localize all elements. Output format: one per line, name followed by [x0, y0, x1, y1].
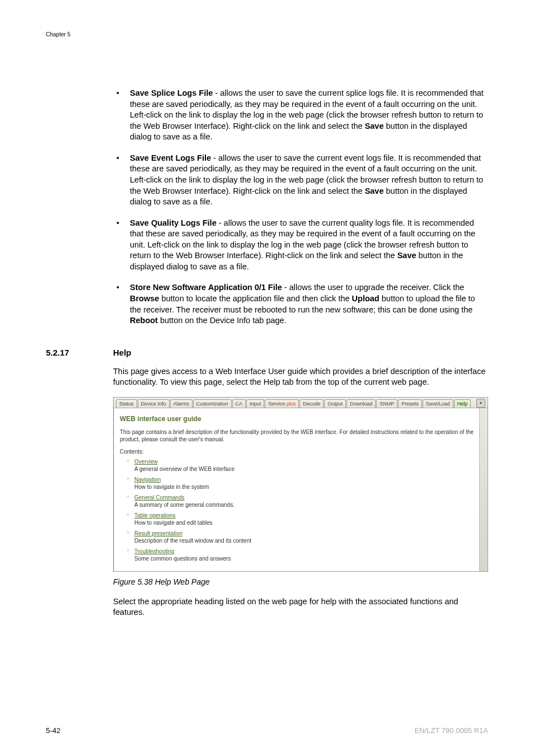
- list-item: Table operations How to navigate and edi…: [127, 512, 482, 526]
- tab-decode[interactable]: Decode: [299, 399, 324, 408]
- bullet-list: Save Splice Logs File - allows the user …: [113, 88, 488, 326]
- tab-snmp[interactable]: SNMP: [376, 399, 397, 408]
- page-footer: 5-42 EN/LZT 790 0005 R1A: [46, 726, 488, 735]
- inline-bold: Save: [397, 251, 416, 260]
- chapter-label: Chapter 5: [46, 31, 488, 38]
- tab-alarms[interactable]: Alarms: [170, 399, 193, 408]
- doc-ref: EN/LZT 790 0005 R1A: [415, 726, 488, 735]
- item-desc: A summary of some general commands.: [134, 501, 482, 508]
- main-content: Save Splice Logs File - allows the user …: [113, 88, 488, 326]
- list-item: Save Event Logs File - allows the user t…: [113, 153, 488, 208]
- list-item: Troubleshooting Some common questions an…: [127, 548, 482, 562]
- bullet-text: button on the Device Info tab page.: [158, 316, 287, 325]
- tab-presets[interactable]: Presets: [398, 399, 422, 408]
- scroll-up-icon[interactable]: ▴: [476, 399, 485, 408]
- intro-paragraph: This page gives access to a Web Interfac…: [113, 366, 488, 388]
- closing-paragraph: Select the appropriate heading listed on…: [113, 596, 488, 618]
- inline-bold: Save: [365, 186, 384, 195]
- inline-bold: Browse: [130, 294, 159, 303]
- bullet-text: button to locate the application file an…: [159, 294, 352, 303]
- page-number: 5-42: [46, 726, 60, 735]
- section-heading: 5.2.17 Help: [46, 348, 488, 357]
- bullet-lead: Save Splice Logs File: [130, 88, 213, 97]
- item-desc: Description of the result window and its…: [134, 537, 482, 544]
- contents-label: Contents:: [120, 449, 482, 455]
- contents-list: Overview A general overview of the WEB i…: [127, 458, 482, 562]
- item-desc: A general overview of the WEB interface: [134, 465, 482, 473]
- item-desc: How to navigate and edit tables: [134, 519, 482, 526]
- bullet-lead: Store New Software Application 0/1 File: [130, 283, 282, 292]
- tab-label: Service: [268, 401, 287, 407]
- section-title: Help: [113, 348, 132, 357]
- help-page-title: WEB interface user guide: [120, 415, 482, 423]
- tab-help[interactable]: Help: [454, 399, 471, 408]
- tab-save-load[interactable]: Save/Load: [423, 399, 453, 408]
- troubleshooting-link[interactable]: Troubleshooting: [134, 548, 174, 554]
- tab-status[interactable]: Status: [116, 399, 137, 408]
- list-item: Result presentation Description of the r…: [127, 530, 482, 544]
- tab-device-info[interactable]: Device Info: [138, 399, 170, 408]
- bullet-lead: Save Quality Logs File: [130, 218, 217, 227]
- inline-bold: Upload: [352, 294, 380, 303]
- tab-bar: Status Device Info Alarms Customization …: [114, 398, 488, 408]
- list-item: General Commands A summary of some gener…: [127, 494, 482, 508]
- table-operations-link[interactable]: Table operations: [134, 512, 175, 519]
- figure-caption: Figure 5.38 Help Web Page: [113, 577, 488, 586]
- list-item: Store New Software Application 0/1 File …: [113, 282, 488, 326]
- list-item: Overview A general overview of the WEB i…: [127, 458, 482, 473]
- help-web-page-screenshot: Status Device Info Alarms Customization …: [113, 397, 488, 572]
- list-item: Save Quality Logs File - allows the user…: [113, 218, 488, 273]
- inline-bold: Reboot: [130, 316, 158, 325]
- section-body: This page gives access to a Web Interfac…: [113, 366, 488, 618]
- general-commands-link[interactable]: General Commands: [134, 494, 184, 501]
- help-page-description: This page contains a brief description o…: [120, 428, 482, 443]
- tab-service-plus[interactable]: Service plus: [265, 399, 299, 408]
- tab-output[interactable]: Output: [324, 399, 346, 408]
- result-presentation-link[interactable]: Result presentation: [134, 530, 182, 536]
- tab-label-plus: plus: [287, 401, 296, 407]
- tab-input[interactable]: Input: [246, 399, 264, 408]
- tab-ca[interactable]: CA: [232, 399, 246, 408]
- section-number: 5.2.17: [46, 348, 113, 357]
- item-desc: How to navigate in the system: [134, 483, 482, 491]
- tab-download[interactable]: Download: [346, 399, 376, 408]
- tab-customization[interactable]: Customization: [193, 399, 232, 408]
- inline-bold: Save: [365, 122, 384, 130]
- item-desc: Some common questions and answers: [134, 555, 482, 562]
- list-item: Navigation How to navigate in the system: [127, 476, 482, 491]
- list-item: Save Splice Logs File - allows the user …: [113, 88, 488, 143]
- overview-link[interactable]: Overview: [134, 459, 158, 465]
- help-page-body: WEB interface user guide This page conta…: [114, 408, 488, 571]
- navigation-link[interactable]: Navigation: [134, 477, 161, 483]
- bullet-lead: Save Event Logs File: [130, 153, 211, 162]
- bullet-text: - allows the user to upgrade the receive…: [282, 283, 465, 292]
